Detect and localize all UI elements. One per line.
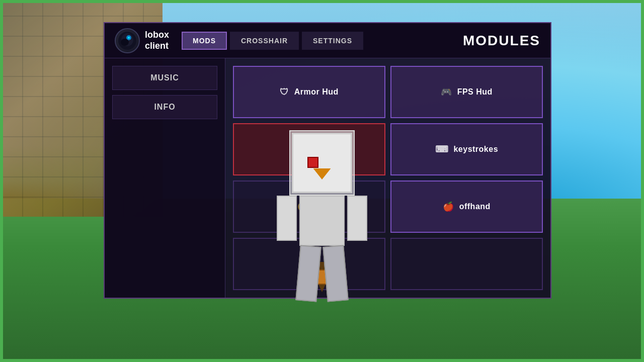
logo-area: lobox client — [115, 28, 169, 53]
module-fps-hud[interactable]: 🎮 FPS Hud — [390, 66, 543, 118]
outer-frame: lobox client MODS crosshair SETTINGS MOD… — [0, 0, 644, 362]
modules-title: MODULES — [463, 33, 540, 49]
logo-icon — [115, 28, 140, 53]
svg-point-4 — [128, 37, 130, 39]
top-bar: lobox client MODS crosshair SETTINGS MOD… — [105, 23, 550, 58]
nav-tabs: MODS crosshair SETTINGS — [182, 32, 363, 50]
sidebar-item-info[interactable]: info — [112, 95, 217, 119]
armor-hud-icon: 🛡 — [280, 87, 289, 98]
character-leg-left — [295, 245, 321, 302]
fps-hud-label: FPS Hud — [457, 87, 493, 97]
svg-point-3 — [121, 39, 129, 46]
fps-hud-icon: 🎮 — [441, 86, 452, 98]
offhand-icon: 🍎 — [443, 201, 454, 212]
tab-mods[interactable]: MODS — [182, 32, 227, 50]
character-beak — [313, 168, 331, 179]
armor-hud-label: Armor Hud — [294, 87, 339, 97]
module-offhand[interactable]: 🍎 offhand — [390, 180, 543, 233]
module-armor-hud[interactable]: 🛡 Armor Hud — [233, 66, 385, 118]
character-arm-left — [277, 196, 297, 241]
module-keystrokes[interactable]: ⌨ keystrokes — [390, 123, 543, 175]
sidebar: MUSIC info — [105, 58, 225, 298]
offhand-label: offhand — [459, 202, 491, 211]
character-arm-right — [347, 196, 367, 241]
character-leg-right — [323, 245, 348, 302]
keystrokes-icon: ⌨ — [435, 144, 449, 155]
minecraft-character — [252, 133, 392, 334]
character-head — [292, 133, 352, 193]
tab-settings[interactable]: SETTINGS — [302, 32, 363, 50]
character-eye — [307, 157, 318, 168]
character-torso — [299, 196, 345, 246]
module-empty2[interactable] — [390, 238, 543, 290]
character-body — [252, 133, 392, 334]
logo-text: lobox client — [145, 30, 169, 51]
keystrokes-label: keystrokes — [453, 145, 498, 154]
tab-crosshair[interactable]: crosshair — [230, 32, 299, 50]
sidebar-item-music[interactable]: MUSIC — [112, 66, 217, 90]
